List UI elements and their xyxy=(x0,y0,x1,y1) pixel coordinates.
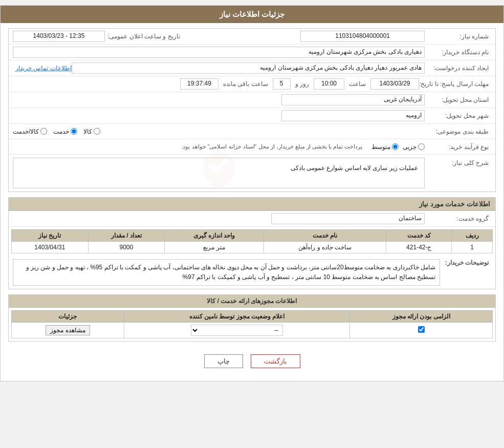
noeFarayand-label: نوع فرآیند خرید: xyxy=(425,143,491,151)
noeFarayand-jezvi-item: جزیی xyxy=(403,143,425,151)
license-elzami-checkbox[interactable] xyxy=(418,326,425,333)
mohlat-time: 10:00 xyxy=(314,78,344,90)
tabaqe-row: طبقه بندی موضوعی: کالا خدمت کالا/خدمت xyxy=(9,124,495,139)
gorohKhadamat-value: ساختمان xyxy=(271,213,425,224)
tabaqe-kalaKhadamat-item: کالا/خدمت xyxy=(13,128,47,135)
tarikhAelan-value: 1403/03/23 - 12:35 xyxy=(13,31,105,42)
sharhKoli-label: شرح کلی نیاز: xyxy=(425,158,491,166)
khadamat-table: ردیف کد خدمت نام خدمت واحد اندازه گیری ت… xyxy=(11,229,493,253)
ostan-label: استان محل تحویل: xyxy=(425,96,491,103)
contact-link[interactable]: اطلاعات تماس خریدار xyxy=(15,65,72,72)
shomareNiaz-value: 1103104804000001 xyxy=(300,31,425,42)
sharhKoli-row: شرح کلی نیاز: عملیات زیر سازی لایه اساس … xyxy=(9,155,495,191)
tabaqe-kala-label: کالا xyxy=(83,128,92,135)
tarikhAelan-label: تاریخ و ساعت اعلان عمومی: xyxy=(107,33,180,40)
noeFarayand-note: پرداخت تمام یا بخشی از مبلغ خریدار، از م… xyxy=(181,143,362,150)
mohlat-time-label: ساعت xyxy=(349,80,366,88)
bottom-buttons: بازگشت چاپ xyxy=(8,347,496,376)
ijadKonande-label: ایجاد کننده درخواست: xyxy=(425,65,491,72)
description-value: شامل خاکبرداری به ضخامت متوسط20سانتی متر… xyxy=(13,259,440,286)
license-row: -- مشاهده مجوز xyxy=(12,323,493,338)
noeFarayand-motovasset-item: متوسط xyxy=(371,143,399,151)
col-tarikh: تاریخ نیاز xyxy=(12,230,89,242)
ostan-row: استان محل تحویل: آذربایجان غربی xyxy=(9,92,495,108)
namDastgah-value: دهیاری بادکی بخش مرکزی شهرستان ارومیه xyxy=(13,47,425,58)
license-table: الزامی بودن ارائه مجوز اعلام وضعیت مجوز … xyxy=(11,310,493,338)
col-tedad: تعداد / مقدار xyxy=(88,230,164,242)
noeFarayand-motovasset-label: متوسط xyxy=(371,143,390,151)
mohlat-days-label: روز و xyxy=(295,80,309,88)
page-title: جزئیات اطلاعات نیاز xyxy=(1,6,503,23)
tabaqe-kalaKhadamat-radio[interactable] xyxy=(40,128,47,135)
noeFarayand-motovasset-radio[interactable] xyxy=(392,143,399,150)
noeFarayand-jezvi-radio[interactable] xyxy=(418,143,425,150)
cell-tedad: 9000 xyxy=(88,242,164,253)
cell-tarikh: 1403/04/31 xyxy=(12,242,89,253)
mohlat-days: 5 xyxy=(273,78,291,90)
tabaqe-khadamat-item: خدمت xyxy=(53,128,77,135)
col-namKhadamat: نام خدمت xyxy=(264,230,386,242)
shahr-label: شهر محل تحویل: xyxy=(425,112,491,119)
license-section: اطلاعات مجوزهای ارائه خدمت / کالا الزامی… xyxy=(8,294,496,342)
cell-radif: 1 xyxy=(452,242,493,253)
license-col-aelamStatus: اعلام وضعیت مجوز توسط نامین کننده xyxy=(124,311,350,323)
ostan-value: آذربایجان غربی xyxy=(281,94,425,105)
tabaqe-kala-radio[interactable] xyxy=(94,128,100,135)
tabaqe-khadamat-label: خدمت xyxy=(53,128,69,135)
license-col-elzami: الزامی بودن ارائه مجوز xyxy=(350,311,493,323)
tabaqe-label: طبقه بندی موضوعی: xyxy=(425,128,491,135)
cell-namKhadamat: ساخت جاده و راه‌آهن xyxy=(264,242,386,253)
noeFarayand-type-row: جزیی متوسط پرداخت تمام یا بخشی از مبلغ خ… xyxy=(13,143,425,151)
noeFarayand-row: نوع فرآیند خرید: جزیی متوسط پرداخت تمام … xyxy=(9,139,495,155)
description-row: توضیحات خریدار: شامل خاکبرداری به ضخامت … xyxy=(9,256,495,289)
namDastgah-label: نام دستگاه خریدار: xyxy=(425,49,491,56)
mohlat-date: 1403/03/29 xyxy=(370,78,419,90)
view-license-button[interactable]: مشاهده مجوز xyxy=(46,325,90,335)
shahr-value: ارومیه xyxy=(281,110,425,121)
col-radif: ردیف xyxy=(452,230,493,242)
khadamat-section-title: اطلاعات خدمات مورد نیاز xyxy=(9,198,495,211)
mohlat-remaining: 19:37:49 xyxy=(180,78,218,90)
gorohKhadamat-label: گروه خدمت: xyxy=(425,215,491,222)
tabaqe-radio-group: کالا خدمت کالا/خدمت xyxy=(13,128,425,135)
mohlat-label: مهلت ارسال پاسخ: تا تاریخ: xyxy=(419,80,491,88)
table-header-row: ردیف کد خدمت نام خدمت واحد اندازه گیری ت… xyxy=(12,230,493,242)
license-section-title: اطلاعات مجوزهای ارائه خدمت / کالا xyxy=(9,295,495,308)
niaz-number-row: شماره نیاز: 1103104804000001 تاریخ و ساع… xyxy=(9,29,495,45)
license-col-joziat: جزئیات xyxy=(12,311,124,323)
tabaqe-kala-item: کالا xyxy=(83,128,100,135)
cell-vahed: متر مربع xyxy=(165,242,264,253)
gorohKhadamat-row: گروه خدمت: ساختمان xyxy=(9,211,495,227)
tabaqe-kalaKhadamat-label: کالا/خدمت xyxy=(13,128,39,135)
noeFarayand-jezvi-label: جزیی xyxy=(403,143,417,151)
khadamat-section: اطلاعات خدمات مورد نیاز گروه خدمت: ساختم… xyxy=(8,197,496,289)
mohlat-row: مهلت ارسال پاسخ: تا تاریخ: 1403/03/29 سا… xyxy=(9,76,495,92)
sharhKoli-value: عملیات زیر سازی لایه اساس شوارع عمومی با… xyxy=(17,162,420,174)
print-button[interactable]: چاپ xyxy=(204,354,243,368)
cell-kodKhadamat: ج-42-421 xyxy=(386,242,452,253)
description-label: توضیحات خریدار: xyxy=(440,259,491,266)
main-info-section: شماره نیاز: 1103104804000001 تاریخ و ساع… xyxy=(8,28,496,192)
ijadKonande-row: ایجاد کننده درخواست: هادی عمریور دهیار د… xyxy=(9,60,495,76)
license-status-select[interactable]: -- xyxy=(191,325,283,336)
license-cell-elzami xyxy=(350,323,493,338)
namDastgah-row: نام دستگاه خریدار: دهیاری بادکی بخش مرکز… xyxy=(9,45,495,60)
license-cell-joziat: مشاهده مجوز xyxy=(12,323,124,338)
back-button[interactable]: بازگشت xyxy=(251,354,300,368)
ijadKonande-value: هادی عمریور دهیار دهیاری بادکی بخش مرکزی… xyxy=(72,62,425,74)
mohlat-remaining-label: ساعت باقی مانده xyxy=(223,80,268,88)
tabaqe-khadamat-radio[interactable] xyxy=(71,128,77,135)
license-cell-status: -- xyxy=(124,323,350,338)
shahr-row: شهر محل تحویل: ارومیه xyxy=(9,108,495,124)
table-row: 1 ج-42-421 ساخت جاده و راه‌آهن متر مربع … xyxy=(12,242,493,253)
license-header-row: الزامی بودن ارائه مجوز اعلام وضعیت مجوز … xyxy=(12,311,493,323)
col-kodKhadamat: کد خدمت xyxy=(386,230,452,242)
shomareNiaz-label: شماره نیاز: xyxy=(425,33,491,40)
col-vahed: واحد اندازه گیری xyxy=(165,230,264,242)
khadamat-table-container: ردیف کد خدمت نام خدمت واحد اندازه گیری ت… xyxy=(9,227,495,256)
license-table-container: الزامی بودن ارائه مجوز اعلام وضعیت مجوز … xyxy=(9,308,495,341)
